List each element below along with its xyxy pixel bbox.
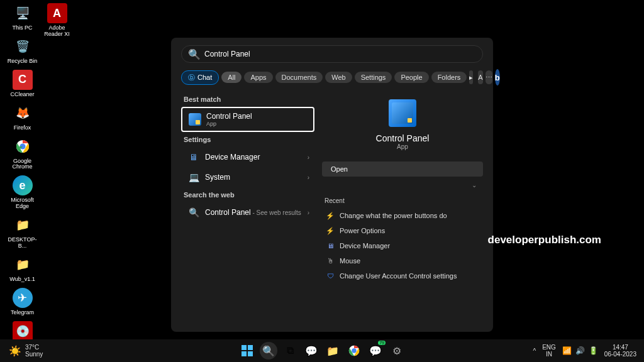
section-search-web: Search the web bbox=[184, 191, 314, 199]
search-icon: 🔍 bbox=[188, 48, 201, 60]
recent-power-buttons[interactable]: ⚡Change what the power buttons do bbox=[322, 208, 483, 223]
result-control-panel[interactable]: Control PanelApp bbox=[181, 107, 314, 132]
filter-web[interactable]: Web bbox=[325, 72, 352, 83]
filter-more-arrow[interactable]: ▸ bbox=[469, 70, 473, 84]
taskbar-whatsapp[interactable]: 💬79 bbox=[367, 342, 384, 359]
taskbar-search[interactable]: 🔍 bbox=[260, 342, 277, 359]
wifi-icon: 📶 bbox=[562, 346, 572, 355]
desktop-icon-firefox[interactable]: 🦊Firefox bbox=[5, 103, 40, 131]
recent-uac[interactable]: 🛡Change User Account Control settings bbox=[322, 268, 483, 283]
battery-icon: 🔋 bbox=[589, 346, 598, 355]
tray-chevron[interactable]: ^ bbox=[533, 348, 536, 354]
chevron-down-icon: ⌄ bbox=[472, 182, 477, 189]
sun-icon: ☀️ bbox=[9, 345, 21, 357]
recent-header: Recent bbox=[322, 191, 483, 208]
recent-mouse[interactable]: 🖱Mouse bbox=[322, 253, 483, 268]
font-size-button[interactable]: A bbox=[478, 70, 482, 84]
open-button[interactable]: Open bbox=[322, 162, 483, 177]
svg-point-7 bbox=[352, 348, 357, 353]
taskbar-weather[interactable]: ☀️ 37°CSunny bbox=[0, 344, 43, 358]
result-detail-pane: Control Panel App Open ⌄ Recent ⚡Change … bbox=[322, 92, 483, 327]
svg-rect-3 bbox=[248, 345, 253, 350]
chevron-right-icon: › bbox=[308, 209, 309, 216]
tray-status-icons[interactable]: 📶 🔊 🔋 bbox=[562, 346, 598, 355]
desktop-icon-folder[interactable]: 📁DESKTOP-B... bbox=[5, 215, 40, 250]
taskbar-taskview[interactable]: ⧉ bbox=[281, 342, 299, 359]
power-icon: ⚡ bbox=[326, 226, 335, 235]
search-input-wrapper[interactable]: 🔍 bbox=[181, 45, 483, 63]
overflow-menu[interactable]: ⋯ bbox=[486, 70, 492, 84]
taskbar-center: 🔍 ⧉ 💬 📁 💬79 ⚙ bbox=[238, 342, 406, 359]
device-manager-icon: 🖥 bbox=[187, 151, 200, 163]
desktop-icon-edge[interactable]: eMicrosoft Edge bbox=[5, 175, 40, 210]
system-icon: 💻 bbox=[187, 171, 200, 184]
start-button[interactable] bbox=[238, 342, 256, 359]
watermark-text: developerpublish.com bbox=[488, 234, 601, 246]
detail-title: Control Panel bbox=[376, 133, 430, 143]
taskbar-chat[interactable]: 💬 bbox=[303, 342, 320, 359]
svg-rect-2 bbox=[242, 345, 247, 350]
desktop-icon-ccleaner[interactable]: CCCleaner bbox=[5, 70, 40, 98]
filter-people[interactable]: People bbox=[394, 72, 428, 83]
tray-clock[interactable]: 14:4706-04-2023 bbox=[604, 344, 636, 358]
result-web-search[interactable]: 🔍 Control Panel - See web results › bbox=[181, 202, 314, 222]
recent-device-manager[interactable]: 🖥Device Manager bbox=[322, 238, 483, 253]
device-icon: 🖥 bbox=[326, 241, 335, 250]
detail-control-panel-icon bbox=[389, 99, 416, 127]
filter-chat[interactable]: ⓑChat bbox=[181, 70, 219, 85]
recent-power-options[interactable]: ⚡Power Options bbox=[322, 223, 483, 238]
result-device-manager[interactable]: 🖥 Device Manager › bbox=[181, 147, 314, 167]
chevron-right-icon: › bbox=[308, 154, 309, 161]
desktop-icon-chrome[interactable]: Google Chrome bbox=[5, 136, 40, 171]
taskbar: ☀️ 37°CSunny 🔍 ⧉ 💬 📁 💬79 ⚙ ^ ENGIN 📶 🔊 🔋… bbox=[0, 339, 644, 362]
detail-sub: App bbox=[397, 143, 408, 150]
desktop-icon-thispc[interactable]: 🖥️This PC bbox=[5, 3, 40, 31]
section-settings: Settings bbox=[184, 136, 314, 143]
search-filter-row: ⓑChat All Apps Documents Web Settings Pe… bbox=[181, 69, 483, 85]
bing-chat-icon: ⓑ bbox=[188, 73, 195, 82]
result-system[interactable]: 💻 System › bbox=[181, 167, 314, 187]
web-search-icon: 🔍 bbox=[187, 206, 200, 219]
start-search-panel: 🔍 ⓑChat All Apps Documents Web Settings … bbox=[171, 38, 493, 332]
desktop-icon-recycle[interactable]: 🗑️Recycle Bin bbox=[5, 36, 40, 65]
filter-apps[interactable]: Apps bbox=[244, 72, 272, 83]
power-icon: ⚡ bbox=[326, 211, 335, 220]
search-input[interactable] bbox=[204, 50, 476, 58]
taskbar-explorer[interactable]: 📁 bbox=[324, 342, 341, 359]
volume-icon: 🔊 bbox=[575, 346, 585, 355]
mouse-icon: 🖱 bbox=[326, 256, 335, 265]
expand-actions[interactable]: ⌄ bbox=[322, 179, 483, 191]
shield-icon: 🛡 bbox=[326, 272, 335, 280]
taskbar-settings[interactable]: ⚙ bbox=[388, 342, 406, 359]
filter-settings[interactable]: Settings bbox=[355, 72, 392, 83]
system-tray: ^ ENGIN 📶 🔊 🔋 14:4706-04-2023 bbox=[533, 344, 644, 358]
desktop-icon-telegram[interactable]: ✈Telegram bbox=[5, 288, 40, 316]
svg-rect-5 bbox=[248, 351, 253, 356]
desktop-icon-wub[interactable]: 📁Wub_v1.1 bbox=[5, 255, 40, 283]
desktop-icon-adobe[interactable]: AAdobe Reader XI bbox=[40, 3, 74, 38]
desktop-icons-column: 🖥️This PC AAdobe Reader XI 🗑️Recycle Bin… bbox=[5, 3, 40, 349]
svg-rect-4 bbox=[242, 351, 247, 356]
tray-language[interactable]: ENGIN bbox=[542, 344, 556, 358]
bing-button[interactable]: b bbox=[495, 69, 500, 85]
results-left-column: Best match Control PanelApp Settings 🖥 D… bbox=[181, 92, 314, 327]
control-panel-icon bbox=[189, 113, 201, 126]
taskbar-chrome[interactable] bbox=[345, 342, 363, 359]
section-best-match: Best match bbox=[184, 96, 314, 103]
filter-all[interactable]: All bbox=[221, 72, 242, 83]
chevron-right-icon: › bbox=[308, 174, 309, 181]
filter-documents[interactable]: Documents bbox=[275, 72, 323, 83]
filter-folders[interactable]: Folders bbox=[431, 72, 467, 83]
